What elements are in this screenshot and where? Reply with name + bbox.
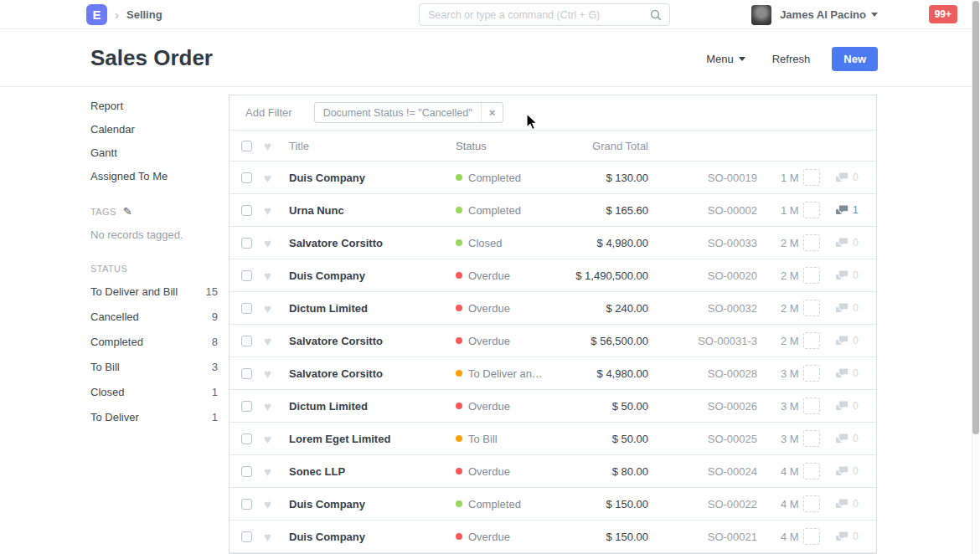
heart-icon[interactable]: ♥ xyxy=(264,433,271,445)
assign-placeholder[interactable] xyxy=(803,398,820,414)
status-filter-to-deliver[interactable]: To Deliver1 xyxy=(90,409,218,425)
row-title-link[interactable]: Dictum Limited xyxy=(289,302,456,315)
assign-placeholder[interactable] xyxy=(803,463,820,480)
row-checkbox[interactable] xyxy=(241,433,252,444)
sidebar-views: ReportCalendarGanttAssigned To Me xyxy=(90,99,218,183)
row-grand-total: $ 165.60 xyxy=(556,204,648,217)
assign-placeholder[interactable] xyxy=(803,267,820,284)
status-filter-cancelled[interactable]: Cancelled9 xyxy=(90,309,218,325)
header-status[interactable]: Status xyxy=(456,140,556,152)
sidebar-item-assigned-to-me[interactable]: Assigned To Me xyxy=(90,169,218,183)
sidebar-item-report[interactable]: Report xyxy=(90,99,218,113)
status-filter-closed[interactable]: Closed1 xyxy=(90,384,218,400)
table-row[interactable]: ♥ Duis Company Completed $ 150.00 SO-000… xyxy=(230,488,876,521)
new-button[interactable]: New xyxy=(832,47,878,71)
app-logo[interactable]: E xyxy=(86,4,107,25)
notification-badge[interactable]: 99+ xyxy=(929,5,957,23)
row-checkbox[interactable] xyxy=(241,401,252,412)
refresh-button[interactable]: Refresh xyxy=(772,53,811,65)
row-title-link[interactable]: Duis Company xyxy=(289,269,456,282)
row-checkbox[interactable] xyxy=(241,499,252,510)
user-avatar[interactable] xyxy=(751,5,771,25)
status-filter-completed[interactable]: Completed8 xyxy=(90,334,218,350)
assign-placeholder[interactable] xyxy=(803,300,820,316)
assign-placeholder[interactable] xyxy=(803,202,820,218)
sidebar-item-gantt[interactable]: Gantt xyxy=(90,146,218,160)
header-grand-total[interactable]: Grand Total xyxy=(556,140,648,152)
row-title-link[interactable]: Salvatore Corsitto xyxy=(289,367,456,380)
table-row[interactable]: ♥ Salvatore Corsitto To Deliver an… $ 4,… xyxy=(230,357,876,390)
table-row[interactable]: ♥ Lorem Eget Limited To Bill $ 50.00 SO-… xyxy=(230,423,876,455)
user-menu[interactable]: James Al Pacino xyxy=(780,8,878,21)
row-status-label: Completed xyxy=(468,172,521,184)
row-checkbox[interactable] xyxy=(241,368,252,379)
assign-placeholder[interactable] xyxy=(803,332,820,349)
heart-icon[interactable]: ♥ xyxy=(264,237,271,249)
row-title-link[interactable]: Lorem Eget Limited xyxy=(289,433,456,445)
row-checkbox[interactable] xyxy=(241,172,252,183)
row-checkbox[interactable] xyxy=(241,531,252,542)
sidebar-item-calendar[interactable]: Calendar xyxy=(90,122,218,136)
comment-indicator: 0 xyxy=(828,237,876,249)
status-dot-icon xyxy=(456,337,462,344)
assign-placeholder[interactable] xyxy=(803,528,820,545)
search-input[interactable] xyxy=(420,4,650,25)
table-row[interactable]: ♥ Duis Company Overdue $ 150.00 SO-00021… xyxy=(230,521,876,553)
assign-placeholder[interactable] xyxy=(803,495,820,512)
scrollbar-thumb[interactable] xyxy=(972,1,979,434)
table-row[interactable]: ♥ Duis Company Completed $ 130.00 SO-000… xyxy=(230,162,876,194)
table-row[interactable]: ♥ Sonec LLP Overdue $ 80.00 SO-00024 4 M… xyxy=(230,455,876,488)
row-checkbox[interactable] xyxy=(241,336,252,346)
heart-icon[interactable]: ♥ xyxy=(264,302,271,315)
row-title-link[interactable]: Salvatore Corsitto xyxy=(289,237,456,249)
heart-icon[interactable]: ♥ xyxy=(264,367,271,380)
heart-icon[interactable]: ♥ xyxy=(264,172,271,184)
assign-placeholder[interactable] xyxy=(803,234,820,251)
heart-icon[interactable]: ♥ xyxy=(264,465,271,478)
row-title-link[interactable]: Duis Company xyxy=(289,531,456,543)
row-checkbox[interactable] xyxy=(241,270,252,281)
header-title[interactable]: Title xyxy=(289,140,456,152)
heart-icon[interactable]: ♥ xyxy=(264,269,271,282)
table-row[interactable]: ♥ Dictum Limited Overdue $ 50.00 SO-0002… xyxy=(230,390,876,423)
heart-icon[interactable]: ♥ xyxy=(264,204,271,217)
row-checkbox[interactable] xyxy=(241,205,252,216)
table-row[interactable]: ♥ Salvatore Corsitto Closed $ 4,980.00 S… xyxy=(230,227,876,259)
heart-icon[interactable]: ♥ xyxy=(264,400,271,413)
page-title: Sales Order xyxy=(90,45,213,71)
status-filter-to-bill[interactable]: To Bill3 xyxy=(90,359,218,375)
row-title-link[interactable]: Duis Company xyxy=(289,498,456,510)
assign-placeholder[interactable] xyxy=(803,430,820,447)
heart-icon[interactable]: ♥ xyxy=(264,531,271,543)
assign-placeholder[interactable] xyxy=(803,169,820,186)
row-title-link[interactable]: Dictum Limited xyxy=(289,400,456,413)
table-row[interactable]: ♥ Dictum Limited Overdue $ 240.00 SO-000… xyxy=(230,292,876,325)
row-checkbox[interactable] xyxy=(241,303,252,314)
scrollbar-track[interactable] xyxy=(972,0,980,554)
row-title-link[interactable]: Salvatore Corsitto xyxy=(289,335,456,347)
row-title-link[interactable]: Sonec LLP xyxy=(289,465,456,478)
breadcrumb[interactable]: Selling xyxy=(126,8,162,21)
status-filter-to-deliver-and-bill[interactable]: To Deliver and Bill15 xyxy=(90,284,218,300)
filter-chip[interactable]: Document Status != "Cancelled" × xyxy=(314,102,504,123)
row-status: Completed xyxy=(456,172,556,184)
row-title-link[interactable]: Urna Nunc xyxy=(289,204,456,217)
edit-tags-pencil-icon[interactable]: ✎ xyxy=(123,205,132,218)
comment-indicator: 0 xyxy=(828,400,876,412)
row-checkbox[interactable] xyxy=(241,466,252,477)
heart-icon[interactable]: ♥ xyxy=(264,498,271,510)
assign-placeholder[interactable] xyxy=(803,365,820,382)
table-row[interactable]: ♥ Urna Nunc Completed $ 165.60 SO-00002 … xyxy=(230,194,876,227)
select-all-checkbox[interactable] xyxy=(241,141,252,151)
comment-count: 0 xyxy=(853,335,859,346)
heart-icon[interactable]: ♥ xyxy=(264,335,271,347)
remove-filter-icon[interactable]: × xyxy=(481,103,503,122)
table-row[interactable]: ♥ Duis Company Overdue $ 1,490,500.00 SO… xyxy=(230,259,876,292)
row-checkbox[interactable] xyxy=(241,238,252,249)
top-navbar: E › Selling James Al Pacino 99+ xyxy=(0,0,980,29)
row-status-label: Overdue xyxy=(468,465,510,478)
table-row[interactable]: ♥ Salvatore Corsitto Overdue $ 56,500.00… xyxy=(230,325,876,357)
add-filter-button[interactable]: Add Filter xyxy=(245,106,292,119)
menu-button[interactable]: Menu xyxy=(706,53,745,65)
row-title-link[interactable]: Duis Company xyxy=(289,172,456,184)
